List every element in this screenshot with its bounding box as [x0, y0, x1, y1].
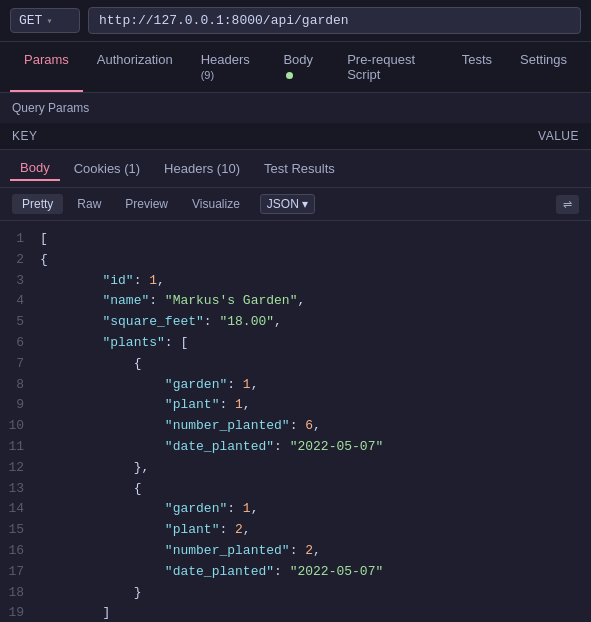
key-token: "square_feet": [102, 314, 203, 329]
tab-pre-request[interactable]: Pre-request Script: [333, 42, 448, 92]
key-token: "number_planted": [165, 418, 290, 433]
str-token: "2022-05-07": [290, 439, 384, 454]
line-number: 14: [0, 499, 40, 520]
num-token: 1: [243, 501, 251, 516]
bracket-token: [: [40, 231, 48, 246]
line-content: "plants": [: [40, 333, 591, 354]
line-content: "garden": 1,: [40, 375, 591, 396]
method-label: GET: [19, 13, 42, 28]
comma-token: ,: [251, 501, 259, 516]
line-number: 3: [0, 271, 40, 292]
line-number: 8: [0, 375, 40, 396]
wrap-toggle-btn[interactable]: ⇌: [556, 195, 579, 214]
tab-headers[interactable]: Headers (9): [187, 42, 270, 92]
format-preview-btn[interactable]: Preview: [115, 194, 178, 214]
line-content: "plant": 1,: [40, 395, 591, 416]
table-row: 14 "garden": 1,: [0, 499, 591, 520]
json-format-select[interactable]: JSON ▾: [260, 194, 315, 214]
punc-token: }: [134, 585, 142, 600]
punc-token: {: [134, 481, 142, 496]
tab-tests[interactable]: Tests: [448, 42, 506, 92]
colon-token: :: [134, 273, 150, 288]
format-pretty-btn[interactable]: Pretty: [12, 194, 63, 214]
body-tabs: Body Cookies (1) Headers (10) Test Resul…: [0, 150, 591, 188]
indent-token: [40, 543, 165, 558]
tab-body[interactable]: Body: [269, 42, 333, 92]
indent-token: [40, 501, 165, 516]
key-token: "date_planted": [165, 564, 274, 579]
punc-token: {: [134, 356, 142, 371]
body-tab-test-results[interactable]: Test Results: [254, 157, 345, 180]
json-body: 1[2 {3 "id": 1,4 "name": "Markus's Garde…: [0, 221, 591, 622]
url-input[interactable]: [88, 7, 581, 34]
tab-settings[interactable]: Settings: [506, 42, 581, 92]
chevron-down-icon: ▾: [46, 15, 52, 27]
key-token: "date_planted": [165, 439, 274, 454]
format-bar: Pretty Raw Preview Visualize JSON ▾ ⇌: [0, 188, 591, 221]
table-row: 1[: [0, 229, 591, 250]
top-bar: GET ▾: [0, 0, 591, 42]
table-row: 11 "date_planted": "2022-05-07": [0, 437, 591, 458]
key-token: "plant": [165, 397, 220, 412]
table-row: 4 "name": "Markus's Garden",: [0, 291, 591, 312]
key-token: "id": [102, 273, 133, 288]
line-content: "square_feet": "18.00",: [40, 312, 591, 333]
colon-token: :: [227, 501, 243, 516]
table-row: 19 ]: [0, 603, 591, 622]
punc-token: },: [134, 460, 150, 475]
line-content: "plant": 2,: [40, 520, 591, 541]
chevron-down-icon: ▾: [302, 197, 308, 211]
body-tab-cookies[interactable]: Cookies (1): [64, 157, 150, 180]
line-content: "date_planted": "2022-05-07": [40, 437, 591, 458]
indent-token: [40, 273, 102, 288]
key-token: "garden": [165, 501, 227, 516]
line-number: 6: [0, 333, 40, 354]
body-tab-headers[interactable]: Headers (10): [154, 157, 250, 180]
line-content: "number_planted": 6,: [40, 416, 591, 437]
format-visualize-btn[interactable]: Visualize: [182, 194, 250, 214]
line-content: [: [40, 229, 591, 250]
method-select[interactable]: GET ▾: [10, 8, 80, 33]
tab-authorization[interactable]: Authorization: [83, 42, 187, 92]
key-token: "number_planted": [165, 543, 290, 558]
line-content: },: [40, 458, 591, 479]
num-token: 2: [235, 522, 243, 537]
table-row: 3 "id": 1,: [0, 271, 591, 292]
body-dot-icon: [286, 72, 293, 79]
punc-token: [: [180, 335, 188, 350]
indent-token: [40, 605, 102, 620]
line-number: 18: [0, 583, 40, 604]
indent-token: [40, 314, 102, 329]
line-content: {: [40, 250, 591, 271]
line-number: 5: [0, 312, 40, 333]
indent-token: [40, 564, 165, 579]
indent-token: [40, 481, 134, 496]
tab-params[interactable]: Params: [10, 42, 83, 92]
line-number: 19: [0, 603, 40, 622]
indent-token: [40, 335, 102, 350]
line-content: }: [40, 583, 591, 604]
line-content: {: [40, 479, 591, 500]
format-raw-btn[interactable]: Raw: [67, 194, 111, 214]
indent-token: [40, 418, 165, 433]
params-table-header: KEY VALUE: [0, 123, 591, 150]
colon-token: :: [290, 418, 306, 433]
table-row: 8 "garden": 1,: [0, 375, 591, 396]
table-row: 17 "date_planted": "2022-05-07": [0, 562, 591, 583]
body-tab-body[interactable]: Body: [10, 156, 60, 181]
line-content: "garden": 1,: [40, 499, 591, 520]
num-token: 1: [149, 273, 157, 288]
punc-token: {: [40, 252, 48, 267]
key-token: "plants": [102, 335, 164, 350]
line-content: "id": 1,: [40, 271, 591, 292]
colon-token: :: [219, 522, 235, 537]
colon-token: :: [274, 439, 290, 454]
table-row: 6 "plants": [: [0, 333, 591, 354]
line-number: 16: [0, 541, 40, 562]
line-content: "name": "Markus's Garden",: [40, 291, 591, 312]
colon-token: :: [219, 397, 235, 412]
indent-token: [40, 439, 165, 454]
line-number: 15: [0, 520, 40, 541]
indent-token: [40, 293, 102, 308]
col-value-label: VALUE: [538, 129, 579, 143]
